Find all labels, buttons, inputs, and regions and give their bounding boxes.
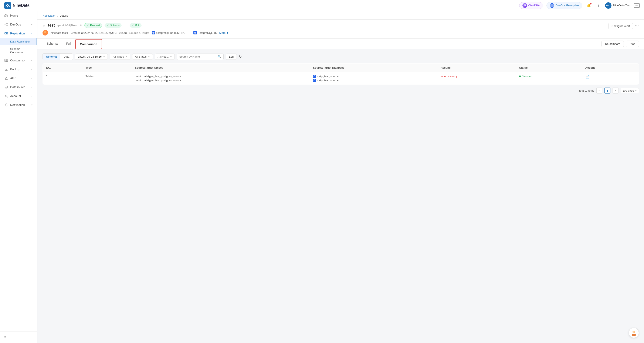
home-icon <box>4 14 8 18</box>
type-filter[interactable]: All Types ▼ <box>110 54 130 60</box>
svg-point-26 <box>44 31 46 33</box>
notification-badge <box>590 3 592 4</box>
sidebar-sub-schema-conversion[interactable]: Schema Conversio <box>0 45 37 56</box>
sidebar-collapse-button[interactable]: ≡ <box>4 335 33 340</box>
result-filter-chevron: ▼ <box>170 56 172 58</box>
table-row: 1 Tables public.datatype_test_postgres_s… <box>43 72 639 84</box>
search-input-wrap: 🔍 <box>177 54 224 60</box>
alert-icon <box>4 76 8 80</box>
star-icon[interactable]: ☆ <box>42 24 46 28</box>
svg-point-34 <box>633 331 635 333</box>
cell-type: Tables <box>82 72 131 84</box>
sidebar-item-datasource[interactable]: Datasource ▼ <box>0 83 37 92</box>
breadcrumb: Replication / Details <box>38 11 644 20</box>
page-prev-button[interactable]: < <box>596 88 602 94</box>
alert-chevron: ▼ <box>31 77 33 80</box>
toggle-data-button[interactable]: Data <box>60 54 73 60</box>
sidebar-sub-data-replication[interactable]: Data Replication <box>0 38 37 45</box>
breadcrumb-parent[interactable]: Replication <box>42 14 56 17</box>
stop-button[interactable]: Stop <box>626 40 639 47</box>
created-at: Created at 2024-09-23 15:12:02(UTC +08:0… <box>70 31 127 34</box>
status-filter-chevron: ▼ <box>148 56 150 58</box>
comparison-chevron: ▼ <box>31 59 33 62</box>
svg-point-24 <box>5 86 8 87</box>
tab-full[interactable]: Full <box>62 39 75 49</box>
content-area: Replication / Details ☆ test rp-d4dh68j7… <box>38 11 644 343</box>
arrow-separator: → <box>188 31 191 34</box>
sidebar-item-devops[interactable]: DevOps ▼ <box>0 20 37 29</box>
col-source-target-object: Source/Target Object <box>132 64 310 72</box>
configure-alert-button[interactable]: Configure Alert <box>608 23 633 29</box>
source-db-icon <box>152 31 155 34</box>
backup-icon <box>4 67 8 71</box>
log-button[interactable]: Log <box>226 54 237 60</box>
datasource-chevron: ▼ <box>31 86 33 88</box>
sidebar-item-comparison[interactable]: Comparison ▼ <box>0 56 37 65</box>
tabs-row: Schema Full Comparison Re-compare Stop <box>38 39 644 49</box>
result-filter[interactable]: All Res... ▼ <box>155 54 175 60</box>
target-db-icon-table <box>313 79 316 82</box>
svg-rect-13 <box>5 32 6 34</box>
more-link[interactable]: More ▼ <box>219 31 229 34</box>
sidebar-item-alert[interactable]: Alert ▼ <box>0 74 37 83</box>
comparison-toolbar: Schema Data Latest: 09-23 15:16 ▼ All Ty… <box>42 53 639 60</box>
page-1-button[interactable]: 1 <box>604 88 610 94</box>
source-target-label: Source & Target <box>130 31 149 34</box>
svg-point-27 <box>44 34 47 36</box>
keyboard-icon: ⌨ <box>634 4 640 8</box>
target-db-row: daily_test_source <box>313 79 434 82</box>
tab-comparison[interactable]: Comparison <box>75 39 102 49</box>
status-finished: Finished <box>519 74 578 78</box>
svg-rect-0 <box>4 2 11 9</box>
source-db-row: daily_test_source <box>313 74 434 78</box>
svg-point-8 <box>5 24 6 25</box>
col-actions: Actions <box>582 64 639 72</box>
enterprise-button[interactable]: DevOps Enterprise <box>546 2 582 9</box>
copy-icon[interactable]: ⧉ <box>80 24 82 27</box>
app-logo[interactable]: NineData <box>4 2 29 9</box>
help-button[interactable]: ? <box>595 2 602 9</box>
page-size-select[interactable]: 10 / page ▼ <box>620 88 639 93</box>
sidebar-item-backup[interactable]: Backup ▼ <box>0 65 37 74</box>
notification-icon <box>4 103 8 107</box>
source-db-tag: postgresql-10-TESTING <box>152 31 186 34</box>
pagination-total: Total 1 Items <box>578 89 594 92</box>
svg-line-12 <box>6 24 7 25</box>
cell-no: 1 <box>43 72 82 84</box>
pagination-row: Total 1 Items < 1 > 10 / page ▼ <box>42 84 639 96</box>
tab-schema[interactable]: Schema <box>42 39 62 49</box>
svg-point-25 <box>6 95 7 96</box>
time-select[interactable]: Latest: 09-23 15:16 ▼ <box>75 54 108 60</box>
refresh-icon[interactable]: ↻ <box>239 54 242 59</box>
sidebar-item-home[interactable]: Home <box>0 11 37 20</box>
support-button[interactable] <box>629 328 639 338</box>
cell-actions: 📄 <box>582 72 639 84</box>
recompare-button[interactable]: Re-compare <box>602 40 624 47</box>
cell-status: Finished <box>516 72 582 84</box>
chatdba-button[interactable]: AI ChatDBA <box>519 2 543 9</box>
status-filter[interactable]: All Status ▼ <box>132 54 153 60</box>
search-icon[interactable]: 🔍 <box>218 55 221 58</box>
status-badge-full: ✓ Full <box>130 23 141 28</box>
page-size-chevron: ▼ <box>635 90 637 92</box>
account-icon <box>4 94 8 98</box>
search-input[interactable] <box>179 55 216 58</box>
status-badge-schema: ✓ Schema <box>104 23 122 28</box>
user-menu[interactable]: TEST NineData Test <box>605 2 630 9</box>
action-view-icon[interactable]: 📄 <box>585 75 590 78</box>
col-results: Results <box>437 64 516 72</box>
notification-bell-button[interactable]: 🔔 <box>586 2 592 9</box>
more-dots-button[interactable]: ⋯ <box>635 23 639 27</box>
target-db-tag: PostgreSQL-15 <box>194 31 217 34</box>
toggle-schema-button[interactable]: Schema <box>43 54 60 60</box>
sidebar-item-account[interactable]: Account ▼ <box>0 92 37 100</box>
sidebar-item-replication[interactable]: Replication ▲ <box>0 29 37 38</box>
page-next-button[interactable]: > <box>612 88 618 94</box>
svg-point-31 <box>314 80 315 80</box>
source-target-object-cell: public.datatype_test_postgres_source pub… <box>135 74 306 82</box>
backup-chevron: ▼ <box>31 68 33 70</box>
sidebar-item-notification[interactable]: Notification ▼ <box>0 100 37 110</box>
notification-chevron: ▼ <box>31 104 33 106</box>
devops-chevron: ▼ <box>31 24 33 26</box>
comparison-icon <box>4 58 8 62</box>
